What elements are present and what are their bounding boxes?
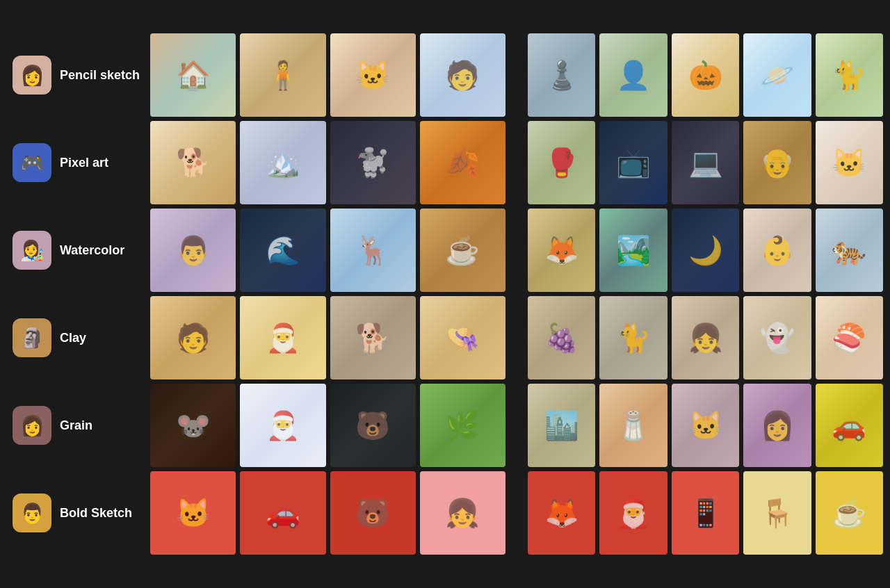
image-group-right-pencil-sketch: ♟️👤🎃🪐🐈: [528, 33, 883, 117]
image-cell-watercolor-5[interactable]: 🏞️: [599, 209, 667, 292]
image-cell-grain-0[interactable]: 🐭: [150, 384, 236, 467]
image-cell-bold-sketch-1[interactable]: 🚗: [240, 471, 325, 555]
image-cell-pencil-sketch-1[interactable]: 🧍: [240, 33, 325, 117]
image-cell-watercolor-6[interactable]: 🌙: [672, 209, 739, 292]
style-name-watercolor: Watercolor: [60, 243, 124, 258]
style-name-bold-sketch: Bold Sketch: [60, 506, 132, 521]
style-name-pixel-art: Pixel art: [60, 156, 108, 170]
image-cell-grain-1[interactable]: 🎅: [240, 384, 325, 467]
label-grain[interactable]: 👩Grain: [7, 400, 146, 450]
image-cell-grain-5[interactable]: 🧂: [599, 384, 667, 467]
image-cell-grain-8[interactable]: 🚗: [816, 384, 883, 467]
image-cell-bold-sketch-2[interactable]: 🐻: [330, 471, 416, 555]
image-cell-clay-2[interactable]: 🐕: [330, 296, 416, 379]
row-clay: 🗿Clay🧑🎅🐕👒🍇🐈👧👻🍣: [7, 296, 883, 379]
image-cell-pixel-art-7[interactable]: 👴: [743, 121, 811, 204]
image-cell-pixel-art-4[interactable]: 🥊: [528, 121, 595, 204]
image-cell-watercolor-3[interactable]: ☕: [420, 209, 505, 292]
image-group-right-grain: 🏙️🧂🐱👩🚗: [528, 384, 883, 467]
image-cell-watercolor-4[interactable]: 🦊: [528, 209, 595, 292]
image-cell-bold-sketch-5[interactable]: 🎅: [599, 471, 667, 555]
image-cell-pixel-art-6[interactable]: 💻: [672, 121, 739, 204]
style-name-pencil-sketch: Pencil sketch: [60, 68, 140, 83]
image-cell-pixel-art-1[interactable]: 🏔️: [240, 121, 325, 204]
image-cell-pixel-art-2[interactable]: 🐩: [330, 121, 416, 204]
image-cell-bold-sketch-4[interactable]: 🦊: [528, 471, 595, 555]
image-group-right-pixel-art: 🥊📺💻👴🐱: [528, 121, 883, 204]
row-pencil-sketch: 👩Pencil sketch🏠🧍🐱🧑♟️👤🎃🪐🐈: [7, 33, 883, 117]
image-cell-pencil-sketch-8[interactable]: 🐈: [816, 33, 883, 117]
image-cell-pencil-sketch-7[interactable]: 🪐: [743, 33, 811, 117]
image-cell-clay-8[interactable]: 🍣: [816, 296, 883, 379]
image-group-left-watercolor: 👨🌊🦌☕: [150, 209, 505, 292]
image-cell-watercolor-1[interactable]: 🌊: [240, 209, 325, 292]
image-cell-pencil-sketch-6[interactable]: 🎃: [672, 33, 739, 117]
image-cell-clay-7[interactable]: 👻: [743, 296, 811, 379]
image-group-right-watercolor: 🦊🏞️🌙👶🐅: [528, 209, 883, 292]
row-pixel-art: 🎮Pixel art🐕🏔️🐩🍂🥊📺💻👴🐱: [7, 121, 883, 204]
image-cell-watercolor-0[interactable]: 👨: [150, 209, 236, 292]
row-watercolor: 👩‍🎨Watercolor👨🌊🦌☕🦊🏞️🌙👶🐅: [7, 209, 883, 292]
label-watercolor[interactable]: 👩‍🎨Watercolor: [7, 225, 146, 275]
style-name-grain: Grain: [60, 418, 92, 433]
label-pixel-art[interactable]: 🎮Pixel art: [7, 138, 146, 188]
image-cell-pencil-sketch-2[interactable]: 🐱: [330, 33, 416, 117]
style-name-clay: Clay: [60, 331, 86, 345]
image-cell-bold-sketch-6[interactable]: 📱: [672, 471, 739, 555]
image-group-left-pencil-sketch: 🏠🧍🐱🧑: [150, 33, 505, 117]
image-cell-pencil-sketch-5[interactable]: 👤: [599, 33, 667, 117]
image-cell-pixel-art-5[interactable]: 📺: [599, 121, 667, 204]
image-cell-pencil-sketch-0[interactable]: 🏠: [150, 33, 236, 117]
image-cell-bold-sketch-3[interactable]: 👧: [420, 471, 505, 555]
image-cell-bold-sketch-7[interactable]: 🪑: [743, 471, 811, 555]
image-cell-watercolor-2[interactable]: 🦌: [330, 209, 416, 292]
image-group-right-bold-sketch: 🦊🎅📱🪑☕: [528, 471, 883, 555]
image-cell-watercolor-8[interactable]: 🐅: [816, 209, 883, 292]
image-cell-clay-6[interactable]: 👧: [672, 296, 739, 379]
avatar-bold-sketch: 👨: [13, 493, 51, 532]
row-grain: 👩Grain🐭🎅🐻🌿🏙️🧂🐱👩🚗: [7, 384, 883, 467]
image-cell-clay-4[interactable]: 🍇: [528, 296, 595, 379]
avatar-watercolor: 👩‍🎨: [13, 231, 51, 270]
image-group-left-grain: 🐭🎅🐻🌿: [150, 384, 505, 467]
main-grid: 👩Pencil sketch🏠🧍🐱🧑♟️👤🎃🪐🐈🎮Pixel art🐕🏔️🐩🍂🥊…: [7, 29, 883, 559]
label-clay[interactable]: 🗿Clay: [7, 313, 146, 363]
image-cell-grain-3[interactable]: 🌿: [420, 384, 505, 467]
image-cell-watercolor-7[interactable]: 👶: [743, 209, 811, 292]
avatar-pixel-art: 🎮: [13, 143, 51, 182]
image-group-left-pixel-art: 🐕🏔️🐩🍂: [150, 121, 505, 204]
image-cell-bold-sketch-0[interactable]: 🐱: [150, 471, 236, 555]
avatar-clay: 🗿: [13, 318, 51, 357]
image-cell-clay-0[interactable]: 🧑: [150, 296, 236, 379]
label-bold-sketch[interactable]: 👨Bold Sketch: [7, 488, 146, 538]
label-pencil-sketch[interactable]: 👩Pencil sketch: [7, 50, 146, 100]
image-group-right-clay: 🍇🐈👧👻🍣: [528, 296, 883, 379]
image-group-left-bold-sketch: 🐱🚗🐻👧: [150, 471, 505, 555]
image-cell-grain-7[interactable]: 👩: [743, 384, 811, 467]
row-bold-sketch: 👨Bold Sketch🐱🚗🐻👧🦊🎅📱🪑☕: [7, 471, 883, 555]
image-cell-pixel-art-0[interactable]: 🐕: [150, 121, 236, 204]
image-cell-pixel-art-3[interactable]: 🍂: [420, 121, 505, 204]
image-group-left-clay: 🧑🎅🐕👒: [150, 296, 505, 379]
image-cell-pencil-sketch-3[interactable]: 🧑: [420, 33, 505, 117]
image-cell-grain-2[interactable]: 🐻: [330, 384, 416, 467]
image-cell-clay-1[interactable]: 🎅: [240, 296, 325, 379]
image-cell-clay-3[interactable]: 👒: [420, 296, 505, 379]
image-cell-bold-sketch-8[interactable]: ☕: [816, 471, 883, 555]
avatar-pencil-sketch: 👩: [13, 56, 51, 95]
avatar-grain: 👩: [13, 406, 51, 445]
image-cell-clay-5[interactable]: 🐈: [599, 296, 667, 379]
image-cell-pixel-art-8[interactable]: 🐱: [816, 121, 883, 204]
image-cell-grain-4[interactable]: 🏙️: [528, 384, 595, 467]
image-cell-pencil-sketch-4[interactable]: ♟️: [528, 33, 595, 117]
image-cell-grain-6[interactable]: 🐱: [672, 384, 739, 467]
